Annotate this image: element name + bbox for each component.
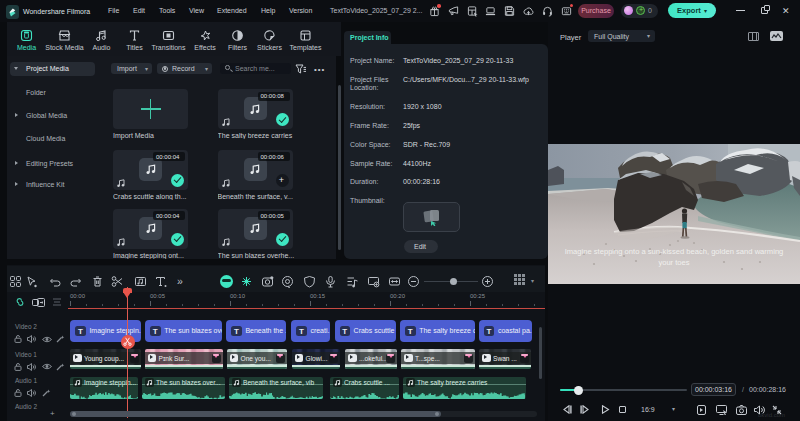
svg-text:your toes: your toes xyxy=(658,258,689,267)
svg-text:Imagine stepping onto a sun-ki: Imagine stepping onto a sun-kissed beach… xyxy=(565,247,784,256)
